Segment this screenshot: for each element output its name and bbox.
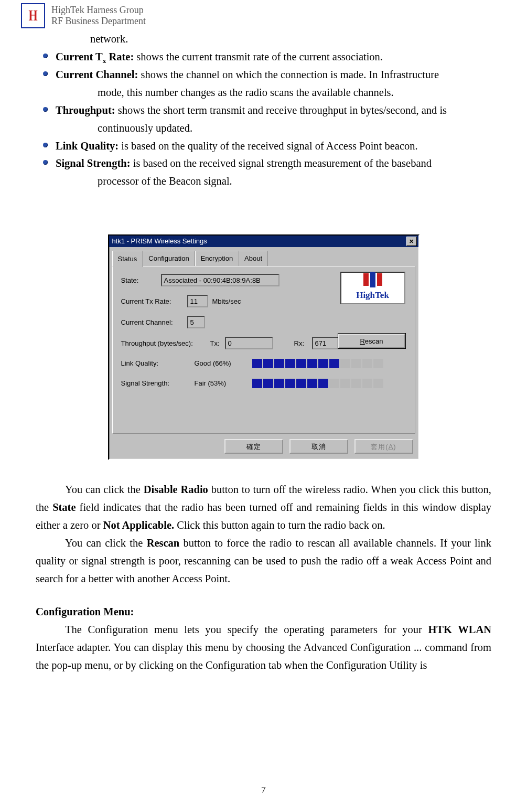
state-label: State:: [121, 275, 161, 286]
intro-continuation: network.: [36, 30, 491, 48]
bullet-signal-strength: Signal Strength: is based on the receive…: [41, 155, 491, 190]
lq-meter: [252, 359, 383, 368]
tab-configuration[interactable]: Configuration: [143, 251, 195, 266]
prism-settings-dialog: htk1 - PRISM Wireless Settings ✕ Status …: [108, 234, 420, 460]
tab-about[interactable]: About: [239, 251, 268, 266]
rx-label: Rx:: [294, 338, 312, 349]
header-line1: HighTek Harness Group: [51, 5, 146, 16]
channel-label: Current Channel:: [121, 317, 187, 328]
dialog-title: htk1 - PRISM Wireless Settings: [112, 236, 207, 247]
config-menu-paragraph: The Configuration menu lets you specify …: [36, 621, 491, 674]
state-field: Associated - 00:90:4B:08:9A:8B: [161, 274, 279, 286]
ss-label: Signal Strength:: [121, 378, 195, 389]
bullet-current-channel: Current Channel: shows the channel on wh…: [41, 66, 491, 102]
ss-meter: [252, 379, 383, 388]
tx-label: Tx:: [210, 338, 225, 349]
tab-encryption[interactable]: Encryption: [195, 251, 239, 266]
lq-label: Link Quality:: [121, 358, 195, 369]
tx-field: 0: [225, 337, 273, 349]
rescan-button[interactable]: Rescan: [338, 334, 405, 348]
txrate-unit: Mbits/sec: [212, 296, 241, 307]
bullet-link-quality: Link Quality: is based on the quality of…: [41, 137, 491, 155]
throughput-label: Throughput (bytes/sec):: [121, 338, 210, 349]
cancel-button[interactable]: 取消: [289, 439, 348, 454]
page-number: 7: [0, 783, 527, 797]
close-icon[interactable]: ✕: [406, 237, 417, 246]
channel-field: 5: [187, 316, 205, 328]
ok-button[interactable]: 確定: [224, 439, 283, 454]
disable-radio-paragraph: You can click the Disable Radio button t…: [36, 481, 491, 534]
lq-value: Good (66%): [195, 358, 252, 369]
bullet-tx-rate: Current Tx Rate: shows the current trans…: [41, 48, 491, 67]
dialog-titlebar[interactable]: htk1 - PRISM Wireless Settings ✕: [109, 236, 418, 247]
tab-status[interactable]: Status: [112, 251, 143, 267]
txrate-field: 11: [187, 295, 208, 307]
txrate-label: Current Tx Rate:: [121, 296, 187, 307]
header-line2: RF Business Department: [51, 16, 146, 27]
ss-value: Fair (53%): [195, 378, 252, 389]
brand-logo: HighTek: [340, 272, 405, 304]
rescan-paragraph: You can click the Rescan button to force…: [36, 535, 491, 587]
config-menu-heading: Configuration Menu:: [36, 603, 491, 621]
bullet-throughput: Throughput: shows the short term transmi…: [41, 102, 491, 137]
page-header: H HighTek Harness Group RF Business Depa…: [21, 0, 506, 30]
apply-button[interactable]: 套用(A): [354, 439, 413, 454]
logo-icon: H: [21, 3, 45, 28]
